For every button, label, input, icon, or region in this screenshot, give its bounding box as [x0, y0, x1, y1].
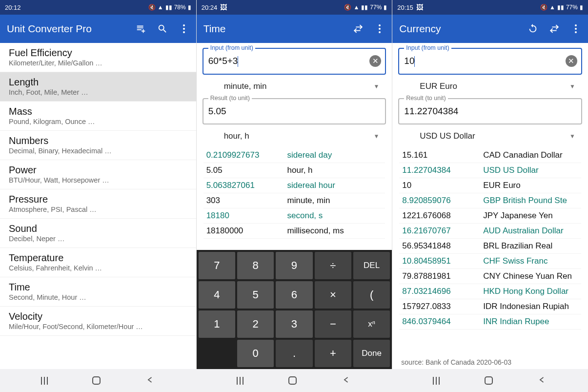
result-row[interactable]: 303 minute, min: [203, 193, 385, 208]
result-value: 18180: [206, 211, 287, 221]
back-button[interactable]: [537, 375, 547, 387]
back-button[interactable]: [145, 375, 155, 387]
result-row[interactable]: 10.80458951 CHF Swiss Franc: [399, 254, 581, 269]
result-row[interactable]: 0.2109927673 sidereal day: [203, 148, 385, 163]
results-list[interactable]: 15.161 CAD Canadian Dollar11.22704384 US…: [396, 148, 584, 356]
home-button[interactable]: [92, 376, 101, 385]
keypad-key[interactable]: 4: [199, 281, 235, 309]
add-list-icon[interactable]: [136, 23, 146, 34]
category-name: Length: [9, 77, 187, 88]
keypad-key[interactable]: 1: [199, 310, 235, 338]
result-field[interactable]: Result (to unit) 11.22704384: [398, 98, 582, 124]
result-row[interactable]: 18180000 millisecond, ms: [203, 224, 385, 239]
result-value: 16.21670767: [402, 226, 483, 236]
result-row[interactable]: 10 EUR Euro: [399, 178, 581, 193]
result-row[interactable]: 15.161 CAD Canadian Dollar: [399, 148, 581, 163]
clear-input-icon[interactable]: ✕: [566, 55, 577, 67]
result-label: Result (to unit): [404, 95, 447, 102]
screen-categories: 20:12 🔇 ▲ ▮▮ 78% ▮ Unit Converter Pro: [0, 0, 196, 369]
category-item[interactable]: Time Second, Minute, Hour …: [0, 277, 196, 307]
result-row[interactable]: 56.95341848 BRL Brazilian Real: [399, 239, 581, 254]
category-item[interactable]: Numbers Decimal, Binary, Hexadecimal …: [0, 131, 196, 160]
category-item[interactable]: Sound Decibel, Neper …: [0, 219, 196, 248]
category-item[interactable]: Pressure Atmosphere, PSI, Pascal …: [0, 189, 196, 219]
swap-icon[interactable]: [353, 23, 364, 34]
result-row[interactable]: 11.22704384 USD US Dollar: [399, 163, 581, 178]
overflow-menu-icon[interactable]: [374, 23, 385, 34]
keypad-key[interactable]: 8: [237, 252, 274, 279]
overflow-menu-icon[interactable]: [570, 23, 581, 34]
keypad-key[interactable]: ×: [315, 281, 351, 309]
result-row[interactable]: 846.0379464 INR Indian Rupee: [399, 314, 581, 330]
category-item[interactable]: Power BTU/Hour, Watt, Horsepower …: [0, 160, 196, 189]
keypad-key[interactable]: (: [353, 281, 390, 309]
category-subtitle: Pound, Kilogram, Ounce …: [9, 118, 187, 125]
chevron-down-icon: ▼: [569, 83, 575, 90]
result-value: 5.063827061: [206, 181, 287, 190]
result-row[interactable]: 5.05 hour, h: [203, 163, 385, 178]
keypad-key[interactable]: ÷: [315, 252, 351, 279]
keypad-key[interactable]: +: [315, 340, 351, 367]
to-unit-select[interactable]: hour, h ▼: [203, 125, 386, 147]
keypad-key[interactable]: DEL: [353, 252, 390, 279]
result-unit: AUD Australian Dollar: [483, 226, 578, 236]
result-row[interactable]: 79.87881981 CNY Chinese Yuan Ren: [399, 269, 581, 284]
back-button[interactable]: [342, 375, 351, 387]
result-row[interactable]: 5.063827061 sidereal hour: [203, 178, 385, 193]
result-field[interactable]: Result (to unit) 5.05: [203, 98, 386, 124]
search-icon[interactable]: [157, 23, 168, 34]
keypad-key[interactable]: .: [276, 340, 312, 367]
input-field[interactable]: Input (from unit) 10 ✕: [398, 48, 582, 75]
category-item[interactable]: Length Inch, Foot, Mile, Meter …: [0, 72, 196, 102]
result-value: 0.2109927673: [206, 150, 287, 160]
overflow-menu-icon[interactable]: [179, 23, 189, 34]
recents-button[interactable]: [433, 377, 440, 385]
category-item[interactable]: Mass Pound, Kilogram, Ounce …: [0, 102, 196, 131]
recents-button[interactable]: [41, 377, 48, 385]
from-unit-select[interactable]: minute, min ▼: [203, 76, 386, 97]
keypad-key[interactable]: 0: [237, 340, 274, 367]
keypad-key[interactable]: 2: [237, 310, 274, 338]
category-item[interactable]: Fuel Efficiency Kilometer/Liter, Mile/Ga…: [0, 43, 196, 72]
category-name: Mass: [9, 106, 187, 117]
category-item[interactable]: Velocity Mile/Hour, Foot/Second, Kilomet…: [0, 307, 196, 336]
input-field[interactable]: Input (from unit) 60*5+3 ✕: [203, 48, 386, 75]
recents-button[interactable]: [237, 377, 243, 385]
category-item[interactable]: Temperature Celsius, Fahrenheit, Kelvin …: [0, 248, 196, 277]
category-list[interactable]: Fuel Efficiency Kilometer/Liter, Mile/Ga…: [0, 43, 196, 369]
results-list[interactable]: 0.2109927673 sidereal day5.05 hour, h5.0…: [201, 148, 388, 250]
swap-icon[interactable]: [549, 23, 560, 34]
result-row[interactable]: 18180 second, s: [203, 208, 385, 224]
battery-icon: ▮: [384, 4, 387, 11]
result-row[interactable]: 16.21670767 AUD Australian Dollar: [399, 224, 581, 239]
category-name: Time: [9, 282, 187, 293]
result-row[interactable]: 8.920859076 GBP British Pound Ste: [399, 193, 581, 208]
to-unit-select[interactable]: USD US Dollar ▼: [398, 125, 582, 147]
from-unit-select[interactable]: EUR Euro ▼: [398, 76, 582, 97]
result-unit: BRL Brazilian Real: [483, 241, 578, 251]
keypad-key[interactable]: 3: [276, 310, 312, 338]
home-button[interactable]: [485, 376, 493, 385]
result-unit: millisecond, ms: [287, 226, 383, 236]
status-icons: 🔇 ▲ ▮▮ 77% ▮: [540, 4, 583, 11]
home-button[interactable]: [288, 376, 297, 385]
keypad-key[interactable]: 9: [276, 252, 312, 279]
result-row[interactable]: 157927.0833 IDR Indonesian Rupiah: [399, 299, 581, 314]
keypad-key[interactable]: 6: [276, 281, 312, 309]
refresh-icon[interactable]: [527, 23, 538, 34]
keypad-key[interactable]: 7: [199, 252, 235, 279]
result-unit: second, s: [287, 211, 383, 221]
clear-input-icon[interactable]: ✕: [369, 55, 381, 67]
category-subtitle: Decimal, Binary, Hexadecimal …: [9, 147, 187, 155]
result-row[interactable]: 87.03214696 HKD Hong Kong Dollar: [399, 284, 581, 299]
result-value: 10.80458951: [402, 256, 483, 266]
keypad-key[interactable]: 5: [237, 281, 274, 309]
result-value: 5.05: [206, 165, 287, 175]
result-unit: sidereal hour: [287, 181, 383, 190]
keypad-key[interactable]: −: [315, 310, 351, 338]
category-subtitle: BTU/Hour, Watt, Horsepower …: [9, 176, 187, 184]
keypad-key[interactable]: xⁿ: [353, 310, 390, 338]
keypad-key[interactable]: Done: [353, 340, 390, 367]
screen-time-converter: 20:24 🖼 🔇 ▲ ▮▮ 77% ▮ Time: [196, 0, 392, 369]
result-row[interactable]: 1221.676068 JPY Japanese Yen: [399, 208, 581, 224]
